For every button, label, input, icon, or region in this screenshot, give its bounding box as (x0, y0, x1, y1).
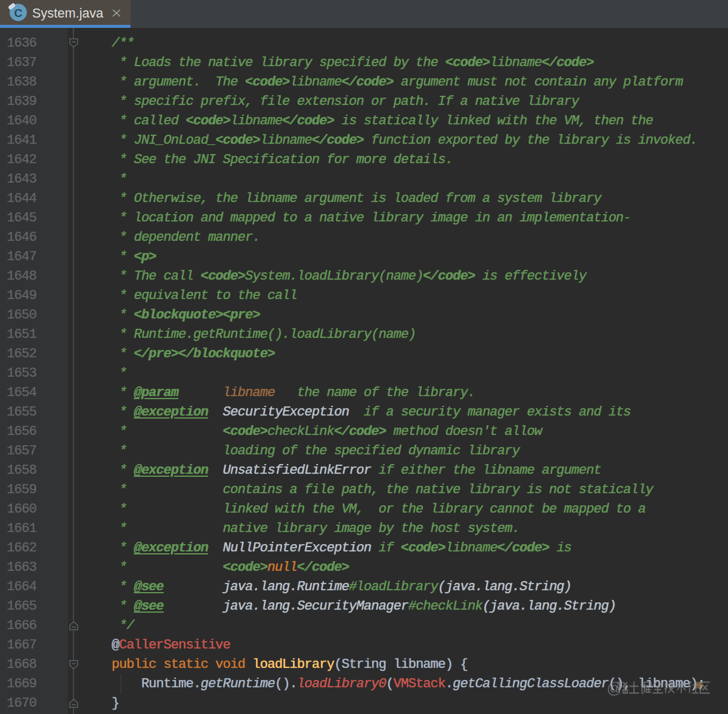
svg-text:C: C (14, 7, 22, 19)
